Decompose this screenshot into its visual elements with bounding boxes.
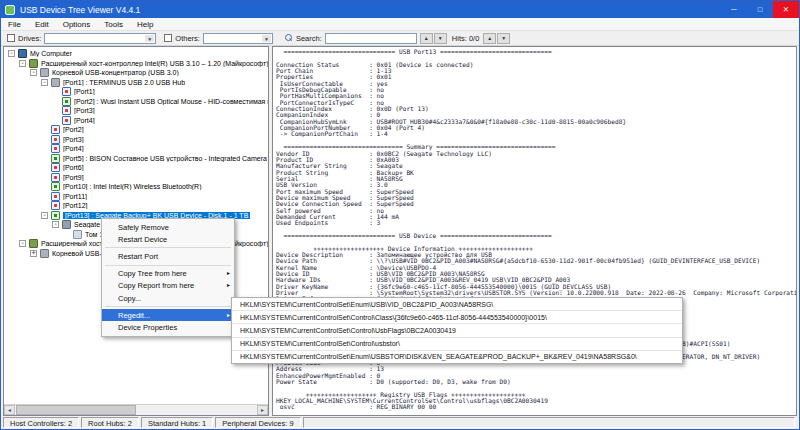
context-menu-item-device-properties[interactable]: Device Properties <box>102 321 234 333</box>
tree-item[interactable]: -Корневой USB-концентратор (USB 3.0) <box>5 68 268 78</box>
regedit-submenu: HKLM\SYSTEM\CurrentControlSet\Enum\USB\V… <box>231 297 683 364</box>
port-empty-icon <box>51 125 60 134</box>
status-segment: Standard Hubs: 1 <box>141 417 213 428</box>
chevron-right-icon: ▸ <box>227 269 230 276</box>
tree-toggle[interactable]: - <box>41 212 48 219</box>
port-empty-icon <box>62 116 71 125</box>
tree-toggle[interactable]: - <box>52 221 59 228</box>
tree-item[interactable]: [Port12] <box>5 201 268 211</box>
others-label: Others: <box>175 34 200 43</box>
tree-item-label: [Port6] <box>63 164 84 171</box>
drives-checkbox[interactable] <box>7 34 15 42</box>
scrollbar-thumb[interactable] <box>16 405 136 415</box>
scroll-left-icon[interactable]: ◄ <box>4 405 15 415</box>
tree-item[interactable]: [Port11] <box>5 192 268 202</box>
context-menu-item-copy[interactable]: Copy... <box>102 292 234 304</box>
tree-item[interactable]: [Port4] <box>5 116 268 126</box>
others-checkbox[interactable] <box>164 34 172 42</box>
hits-value: 0/0 <box>469 34 479 43</box>
tree-toggle[interactable]: - <box>19 60 26 67</box>
drives-combobox[interactable]: ▼ <box>44 33 156 44</box>
close-button[interactable]: ✕ <box>773 1 799 18</box>
registry-path-item[interactable]: HKLM\SYSTEM\CurrentControlSet\Enum\USB\V… <box>232 298 682 311</box>
search-input[interactable] <box>325 33 417 44</box>
menu-separator <box>105 265 231 266</box>
menu-item-edit[interactable]: Edit <box>28 19 56 30</box>
tree-item-label: [Port4] <box>63 145 84 152</box>
tree-item[interactable]: [Port10] : Intel Intel(R) Wireless Bluet… <box>5 182 268 192</box>
registry-path-item[interactable]: HKLM\SYSTEM\CurrentControlSet\Control\Us… <box>232 324 682 337</box>
registry-path-item[interactable]: HKLM\SYSTEM\CurrentControlSet\Enum\USBST… <box>232 351 682 363</box>
tree-item[interactable]: -Расширенный хост-контроллер Intel(R) US… <box>5 59 268 69</box>
status-segment: Peripheral Devices: 9 <box>215 417 300 428</box>
port-empty-icon <box>51 144 60 153</box>
menu-item-file[interactable]: File <box>1 19 28 30</box>
search-label: Search: <box>296 34 322 43</box>
tree-item-label: [Port1] : TERMINUS USB 2.0 USB Hub <box>63 79 185 86</box>
tree-item-label: Расширенный хост-контроллер Intel(R) USB… <box>41 60 268 67</box>
context-menu-item-restart-device[interactable]: Restart Device <box>102 233 234 245</box>
search-down-button[interactable]: ▼ <box>434 33 447 44</box>
menu-separator <box>105 306 231 307</box>
tree-toggle[interactable]: - <box>8 50 15 57</box>
tree-item-label: Корневой USB-концентратор (USB 3.0) <box>52 69 179 76</box>
tree-item-label: [Port3] <box>74 107 95 114</box>
tree-item-label: [Port1] <box>74 88 95 95</box>
tree-toggle[interactable]: - <box>19 240 26 247</box>
port-empty-icon <box>51 201 60 210</box>
device-icon <box>51 211 60 220</box>
device-icon <box>62 97 71 106</box>
controller-icon <box>29 59 38 68</box>
context-menu-item-copy-report-from-here[interactable]: Copy Report from here▸ <box>102 280 234 292</box>
tree-item-label: [Port2] : Wusi Instant USB Optical Mouse… <box>74 98 268 105</box>
tree-toggle[interactable]: - <box>30 69 37 76</box>
tree-item[interactable]: [Port3] <box>5 106 268 116</box>
maximize-button[interactable]: □ <box>747 1 773 18</box>
menu-item-options[interactable]: Options <box>56 19 98 30</box>
menu-separator <box>105 247 231 248</box>
tree-item[interactable]: [Port2] : Wusi Instant USB Optical Mouse… <box>5 97 268 107</box>
hub-icon <box>40 68 49 77</box>
scroll-right-icon[interactable]: ► <box>257 405 268 415</box>
others-combobox[interactable]: ▼ <box>203 33 273 44</box>
tree-item[interactable]: [Port3] <box>5 135 268 145</box>
scrollbar-track[interactable] <box>136 405 257 415</box>
tree-item[interactable]: [Port2] <box>5 125 268 135</box>
tree-item[interactable]: [Port9] <box>5 173 268 183</box>
tree-item[interactable]: [Port4] <box>5 144 268 154</box>
tree-item-label: [Port5] : BISON Составное USB устройство… <box>63 155 267 162</box>
chevron-down-icon: ▼ <box>262 35 271 42</box>
search-icon <box>285 34 293 42</box>
tree-toggle[interactable]: - <box>41 79 48 86</box>
menu-item-tools[interactable]: Tools <box>97 19 130 30</box>
tree-item-label: [Port3] <box>63 136 84 143</box>
search-up-button[interactable]: ▲ <box>420 33 433 44</box>
tree-item-label: [Port9] <box>63 174 84 181</box>
context-menu-item-safely-remove[interactable]: Safely Remove <box>102 221 234 233</box>
context-menu-item-regedit[interactable]: Regedit...▸ <box>102 309 234 321</box>
tree-item[interactable]: [Port1] <box>5 87 268 97</box>
volume-icon <box>73 230 82 239</box>
title-bar: USB Device Tree Viewer V4.4.1 ─ □ ✕ <box>1 1 799 18</box>
port-empty-icon <box>51 173 60 182</box>
minimize-button[interactable]: ─ <box>721 1 747 18</box>
context-menu-item-restart-port[interactable]: Restart Port <box>102 250 234 262</box>
hit-next-button[interactable]: ▼ <box>497 33 510 44</box>
hits-caption: Hits: <box>452 34 467 43</box>
tree-item[interactable]: [Port6] <box>5 163 268 173</box>
registry-path-item[interactable]: HKLM\SYSTEM\CurrentControlSet\Control\us… <box>232 338 682 351</box>
hit-prev-button[interactable]: ▲ <box>483 33 496 44</box>
tree-item[interactable]: -My Computer <box>5 49 268 59</box>
drives-label: Drives: <box>18 34 41 43</box>
registry-path-item[interactable]: HKLM\SYSTEM\CurrentControlSet\Control\Cl… <box>232 311 682 324</box>
tree-item-label: [Port4] <box>74 117 95 124</box>
tree-item-label: [Port12] <box>63 202 88 209</box>
hub-icon <box>40 249 49 258</box>
tree-toggle[interactable]: + <box>30 250 37 257</box>
h-scrollbar[interactable]: ◄ ► <box>4 404 268 415</box>
context-menu-item-copy-tree-from-here[interactable]: Copy Tree from here▸ <box>102 268 234 280</box>
tree-item[interactable]: [Port5] : BISON Составное USB устройство… <box>5 154 268 164</box>
menu-item-help[interactable]: Help <box>130 19 160 30</box>
tree-item[interactable]: -[Port1] : TERMINUS USB 2.0 USB Hub <box>5 78 268 88</box>
disk-icon <box>62 220 71 229</box>
